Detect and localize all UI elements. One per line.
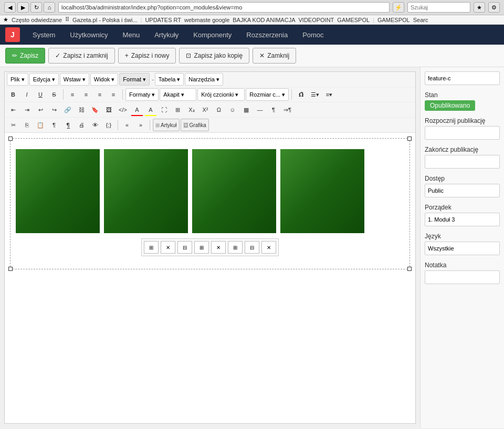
- bookmark-gazeta[interactable]: Gazeta.pl - Polska i świ...: [72, 17, 138, 23]
- table-delete-button[interactable]: ✕: [161, 241, 175, 254]
- image-cms-button[interactable]: 🖼 Grafika: [181, 119, 209, 131]
- list-ul-button[interactable]: ☰▾: [308, 88, 322, 101]
- nav-system[interactable]: System: [25, 27, 62, 43]
- row-insert-before-button[interactable]: ⊞: [194, 241, 209, 254]
- font-style-dropdown[interactable]: Akapit ▾: [160, 88, 196, 101]
- article-cms-button[interactable]: ⊞ Artykuł: [153, 119, 180, 131]
- strikethrough-button[interactable]: S: [48, 88, 60, 101]
- bookmark-videopoint[interactable]: VIDEOPOINT: [298, 17, 334, 23]
- zakoncz-input[interactable]: [425, 155, 500, 169]
- source-button[interactable]: {;}: [102, 119, 115, 131]
- forward-button[interactable]: ▶: [17, 2, 29, 13]
- menu-narzedzia[interactable]: Narzędzia ▾: [185, 73, 223, 86]
- col-split-button[interactable]: ⊟: [245, 241, 259, 254]
- bookmark-button[interactable]: 🔖: [89, 103, 101, 116]
- font-family-dropdown[interactable]: Krój czcionki ▾: [197, 88, 245, 101]
- refresh-button[interactable]: ↻: [30, 2, 42, 13]
- hr-button[interactable]: —: [254, 103, 266, 116]
- col-delete-button[interactable]: ✕: [261, 241, 276, 254]
- menu-wstaw[interactable]: Wstaw ▾: [60, 73, 89, 86]
- outdent-button[interactable]: ⇤: [7, 103, 19, 116]
- nav-komponenty[interactable]: Komponenty: [186, 27, 239, 43]
- underline-button[interactable]: U: [34, 88, 47, 101]
- menu-widok[interactable]: Widok ▾: [90, 73, 119, 86]
- search-bar[interactable]: [407, 2, 470, 13]
- font-size-dropdown[interactable]: Rozmiar c... ▾: [246, 88, 289, 101]
- indent-button[interactable]: ⇥: [20, 103, 33, 116]
- bookmark-bajka[interactable]: BAJKA KOD ANIMACJA: [233, 17, 295, 23]
- nav-menu[interactable]: Menu: [116, 27, 148, 43]
- menu-plik[interactable]: Plik ▾: [7, 73, 28, 86]
- blockquote-left-button[interactable]: «: [121, 119, 133, 131]
- jezyk-input[interactable]: [425, 242, 500, 255]
- table-insert-button[interactable]: ⊞: [172, 103, 184, 116]
- save-close-button[interactable]: ✓ Zapisz i zamknij: [48, 48, 114, 64]
- row-props-button[interactable]: ⊟: [177, 241, 192, 254]
- resize-handle-tr[interactable]: [407, 137, 412, 141]
- formats-dropdown[interactable]: Formaty ▾: [125, 88, 159, 101]
- highlight-button[interactable]: A: [144, 103, 157, 116]
- nav-artykuly[interactable]: Artykuły: [147, 27, 186, 43]
- cut-button[interactable]: ✂: [7, 119, 19, 131]
- code-button[interactable]: </>: [116, 103, 130, 116]
- menu-edycja[interactable]: Edycja ▾: [29, 73, 59, 86]
- bookmark-item[interactable]: Często odwiedzane: [12, 17, 62, 23]
- link-button[interactable]: 🔗: [61, 103, 74, 116]
- feature-input[interactable]: [425, 71, 500, 85]
- editor-canvas[interactable]: ⊞ ✕ ⊟ ⊞ ✕ ⊞ ⊟ ✕: [10, 138, 410, 269]
- para-button[interactable]: ¶: [267, 103, 280, 116]
- bookmark-webmaste[interactable]: webmaste google: [184, 17, 229, 23]
- align-left-button[interactable]: ≡: [66, 88, 79, 101]
- char-map-button[interactable]: Ω̃: [295, 88, 307, 101]
- save-new-button[interactable]: + Zapisz i nowy: [118, 48, 176, 64]
- nav-uzytkownicy[interactable]: Użytkownicy: [62, 27, 115, 43]
- tools-button[interactable]: ⚙: [488, 2, 500, 13]
- preview-button[interactable]: 👁: [89, 119, 101, 131]
- home-button[interactable]: ⌂: [44, 2, 55, 13]
- redo-button[interactable]: ↪: [48, 103, 60, 116]
- emoticon-button[interactable]: ☺: [226, 103, 239, 116]
- ltr-button[interactable]: ⇒¶: [281, 103, 294, 116]
- back-button[interactable]: ◀: [4, 2, 16, 13]
- subscript-button[interactable]: X₂: [185, 103, 198, 116]
- table-props-button[interactable]: ⊞: [144, 241, 159, 254]
- notatka-input[interactable]: [425, 270, 500, 284]
- show-para-button[interactable]: ¶: [48, 119, 60, 131]
- bookmark-updates[interactable]: UPDATES RT: [145, 17, 181, 23]
- show-blocks-button[interactable]: ¶̲: [61, 119, 74, 131]
- save-copy-button[interactable]: ⊡ Zapisz jako kopię: [179, 48, 249, 64]
- nav-rozszerzenia[interactable]: Rozszerzenia: [239, 27, 295, 43]
- undo-button[interactable]: ↩: [34, 103, 47, 116]
- close-button[interactable]: ✕ Zamknij: [253, 48, 296, 64]
- save-button[interactable]: ✏ Zapisz: [5, 48, 45, 64]
- menu-format[interactable]: Format ▾: [119, 73, 150, 86]
- align-justify-button[interactable]: ≡: [107, 88, 120, 101]
- list-ol-button[interactable]: ≡▾: [323, 88, 335, 101]
- blockquote-right-button[interactable]: »: [134, 119, 147, 131]
- paste-button[interactable]: 📋: [34, 119, 47, 131]
- bookmark-gamespol2[interactable]: GAMESPOL: [377, 17, 410, 23]
- unlink-button[interactable]: ⛓: [75, 103, 88, 116]
- bookmark-gamespol1[interactable]: GAMESPOL: [337, 17, 370, 23]
- address-bar[interactable]: [58, 2, 390, 13]
- col-insert-button[interactable]: ⊞: [228, 241, 243, 254]
- special-chars-button[interactable]: Ω: [213, 103, 225, 116]
- star-button[interactable]: ★: [474, 2, 485, 13]
- bookmark-searc[interactable]: Searc: [413, 17, 428, 23]
- resize-handle-br[interactable]: [407, 267, 412, 271]
- font-color-button[interactable]: A: [131, 103, 143, 116]
- menu-tabela[interactable]: Tabela ▾: [155, 73, 184, 86]
- align-center-button[interactable]: ≡: [80, 88, 92, 101]
- align-right-button[interactable]: ≡: [93, 88, 106, 101]
- resize-handle-bl[interactable]: [8, 267, 13, 271]
- media-button[interactable]: ▦: [240, 103, 253, 116]
- row-delete-button[interactable]: ✕: [211, 241, 226, 254]
- rozpocznij-input[interactable]: [425, 126, 500, 140]
- fullscreen-button[interactable]: ⛶: [158, 103, 171, 116]
- bold-button[interactable]: B: [7, 88, 19, 101]
- nav-pomoc[interactable]: Pomoc: [295, 27, 331, 43]
- resize-handle-tl[interactable]: [8, 137, 13, 141]
- image-button[interactable]: 🖼: [102, 103, 115, 116]
- copy-button[interactable]: ⎘: [20, 119, 33, 131]
- go-button[interactable]: ⚡: [393, 2, 404, 13]
